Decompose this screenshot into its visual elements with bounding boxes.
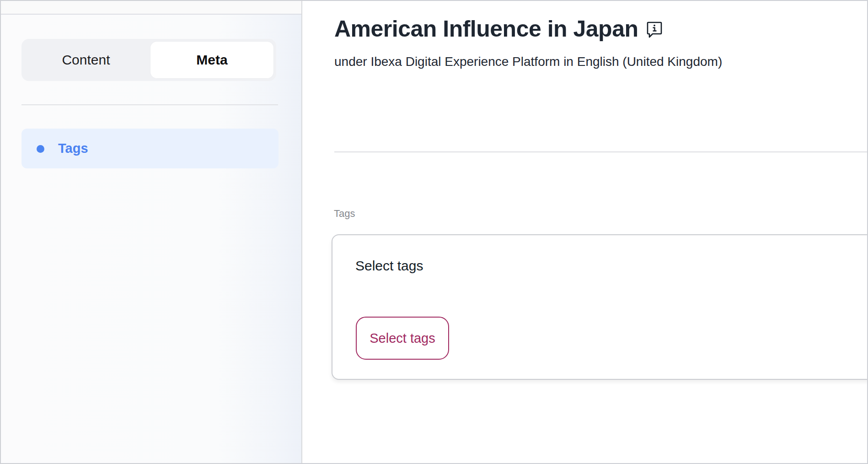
tab-meta[interactable]: Meta: [150, 42, 273, 78]
active-dot-icon: [37, 145, 44, 153]
sidebar-item-tags-label: Tags: [58, 141, 88, 156]
sidebar-item-tags[interactable]: Tags: [21, 129, 279, 168]
select-tags-button[interactable]: Select tags: [356, 317, 449, 360]
tab-content-label: Content: [62, 52, 110, 68]
content-edit-screen: Content Meta Tags American Influence in …: [0, 0, 868, 464]
page-title: American Influence in Japan: [334, 16, 638, 43]
tab-content[interactable]: Content: [21, 39, 150, 81]
field-group-label-tags: Tags: [334, 208, 355, 220]
header-divider: [334, 151, 867, 152]
sidebar: Content Meta Tags: [1, 1, 302, 463]
info-tooltip-icon[interactable]: [647, 22, 662, 39]
tags-field-card: Select tags Select tags: [332, 234, 868, 380]
content-meta-tab-group: Content Meta: [21, 39, 276, 81]
tab-meta-label: Meta: [196, 52, 227, 68]
page-subtitle: under Ibexa Digital Experience Platform …: [334, 54, 722, 69]
main-panel: American Influence in Japan under Ibexa …: [303, 1, 867, 463]
sidebar-top-strip: [1, 1, 301, 15]
tags-field-label: Select tags: [355, 258, 423, 274]
sidebar-divider: [21, 104, 278, 105]
page-title-row: American Influence in Japan: [334, 16, 662, 43]
